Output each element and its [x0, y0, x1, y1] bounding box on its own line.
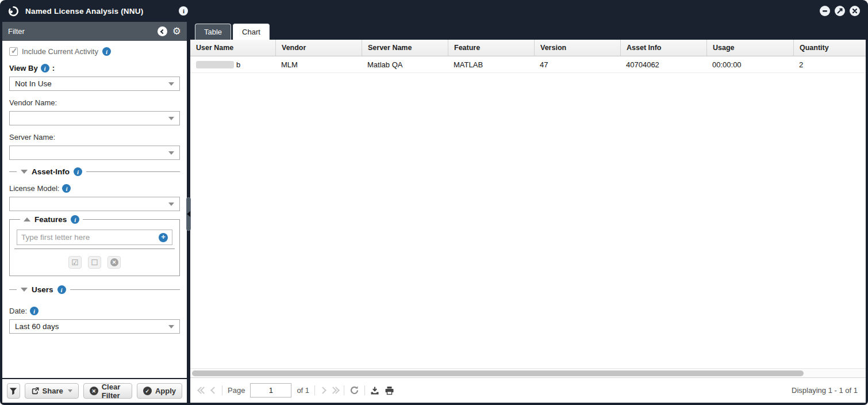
- tab-bar: Table Chart: [190, 22, 866, 40]
- info-icon[interactable]: i: [102, 47, 111, 56]
- asset-info-section-header[interactable]: Asset-Info i: [9, 167, 180, 176]
- column-header-asset-info[interactable]: Asset Info: [620, 40, 706, 56]
- include-activity-checkbox[interactable]: ✓: [9, 47, 18, 56]
- chevron-down-icon: [168, 82, 174, 86]
- pagination-bar: Page of 1: [190, 377, 866, 403]
- column-header-version[interactable]: Version: [534, 40, 620, 56]
- info-icon[interactable]: i: [71, 215, 79, 224]
- printer-icon: [385, 386, 394, 395]
- close-icon: [852, 8, 858, 14]
- display-status: Displaying 1 - 1 of 1: [792, 386, 858, 395]
- next-page-button[interactable]: [320, 388, 325, 393]
- scrollbar-thumb[interactable]: [192, 370, 804, 376]
- cell-usage: 00:00:00: [706, 56, 793, 72]
- triangle-up-icon: [24, 217, 30, 221]
- refresh-button[interactable]: [349, 385, 359, 395]
- sidebar-collapse-handle[interactable]: [186, 197, 191, 231]
- x-circle-icon: ✕: [110, 258, 118, 266]
- info-icon[interactable]: i: [57, 285, 66, 294]
- filter-header: Filter ⚙: [2, 22, 187, 41]
- date-label: Date:: [9, 307, 27, 315]
- server-name-select[interactable]: [9, 146, 180, 160]
- chevron-down-icon: [168, 202, 174, 206]
- clear-filter-button[interactable]: ✕ Clear Filter: [83, 383, 132, 399]
- triangle-down-icon: [21, 170, 28, 174]
- cell-feature: MATLAB: [448, 56, 534, 72]
- date-value: Last 60 days: [15, 322, 59, 331]
- users-title: Users: [32, 285, 53, 294]
- title-info-icon[interactable]: i: [179, 6, 188, 16]
- print-button[interactable]: [385, 386, 394, 395]
- view-by-select[interactable]: Not In Use: [9, 77, 180, 91]
- clear-features-button[interactable]: ✕: [107, 256, 121, 269]
- divider: [70, 289, 180, 290]
- vendor-name-label: Vendor Name:: [9, 98, 57, 107]
- info-icon[interactable]: i: [62, 184, 71, 193]
- tab-chart[interactable]: Chart: [233, 24, 270, 40]
- maximize-button[interactable]: [835, 6, 845, 16]
- vendor-name-select[interactable]: [9, 111, 180, 125]
- info-icon[interactable]: i: [30, 307, 39, 315]
- table-area: User Name Vendor Server Name Feature Ver…: [190, 40, 866, 403]
- divider: [364, 385, 365, 395]
- tab-table[interactable]: Table: [195, 24, 231, 40]
- gear-icon[interactable]: ⚙: [172, 26, 181, 36]
- column-header-user-name[interactable]: User Name: [190, 40, 275, 56]
- close-button[interactable]: [850, 6, 860, 16]
- table-row[interactable]: b MLM Matlab QA MATLAB 47 40704062 00:00…: [190, 56, 866, 73]
- triangle-down-icon: [21, 288, 28, 292]
- share-button[interactable]: Share: [25, 383, 79, 399]
- triangle-left-icon: [187, 211, 190, 217]
- filter-sidebar: Filter ⚙ ✓ Include Current Activity i Vi…: [2, 22, 187, 403]
- select-all-button[interactable]: ☑: [68, 256, 82, 269]
- info-icon[interactable]: i: [41, 64, 49, 72]
- main-panel: Table Chart User Name Vendor Server Name…: [190, 22, 866, 403]
- page-number-input[interactable]: [250, 383, 291, 398]
- filter-button[interactable]: [7, 383, 20, 399]
- features-section: Features i + ☑ ☐ ✕: [9, 215, 180, 276]
- collapse-sidebar-button[interactable]: [158, 26, 167, 36]
- share-icon: [31, 387, 39, 395]
- redacted-text: [196, 61, 234, 68]
- column-header-quantity[interactable]: Quantity: [793, 40, 866, 56]
- download-button[interactable]: [370, 386, 379, 395]
- column-header-server-name[interactable]: Server Name: [362, 40, 448, 56]
- apply-button[interactable]: ✓ Apply: [137, 383, 182, 399]
- filter-title: Filter: [8, 27, 25, 36]
- filter-content: ✓ Include Current Activity i View By i: …: [2, 41, 187, 378]
- title-bar: Named License Analysis (NNU) i: [0, 0, 868, 22]
- funnel-icon: [9, 387, 17, 395]
- check-circle-icon: ✓: [143, 387, 152, 395]
- horizontal-scrollbar[interactable]: [190, 368, 866, 377]
- column-header-feature[interactable]: Feature: [448, 40, 534, 56]
- first-page-button[interactable]: [198, 388, 206, 393]
- page-title: Named License Analysis (NNU): [25, 7, 143, 16]
- check-icon: ✓: [11, 46, 18, 55]
- feature-search-input[interactable]: [21, 233, 159, 242]
- deselect-all-button[interactable]: ☐: [88, 256, 101, 269]
- apply-label: Apply: [155, 387, 176, 395]
- last-page-button[interactable]: [331, 388, 339, 393]
- divider: [344, 385, 344, 395]
- license-model-select[interactable]: [9, 197, 180, 211]
- divider: [9, 289, 17, 290]
- share-label: Share: [43, 387, 63, 395]
- info-icon[interactable]: i: [74, 167, 82, 176]
- minimize-button[interactable]: [820, 6, 830, 16]
- previous-page-button[interactable]: [212, 388, 217, 393]
- divider: [314, 385, 315, 395]
- date-select[interactable]: Last 60 days: [9, 319, 180, 334]
- column-header-vendor[interactable]: Vendor: [275, 40, 362, 56]
- cell-vendor: MLM: [275, 56, 362, 72]
- refresh-icon: [349, 385, 359, 395]
- features-section-header[interactable]: Features i: [20, 215, 83, 224]
- users-section-header[interactable]: Users i: [9, 285, 180, 294]
- minimize-icon: [822, 8, 828, 14]
- x-circle-icon: ✕: [90, 387, 98, 395]
- add-feature-icon[interactable]: +: [159, 233, 168, 242]
- column-header-usage[interactable]: Usage: [706, 40, 793, 56]
- features-title: Features: [34, 215, 67, 224]
- cell-asset-info: 40704062: [620, 56, 706, 72]
- table-empty-space: [190, 73, 866, 368]
- divider: [86, 171, 180, 172]
